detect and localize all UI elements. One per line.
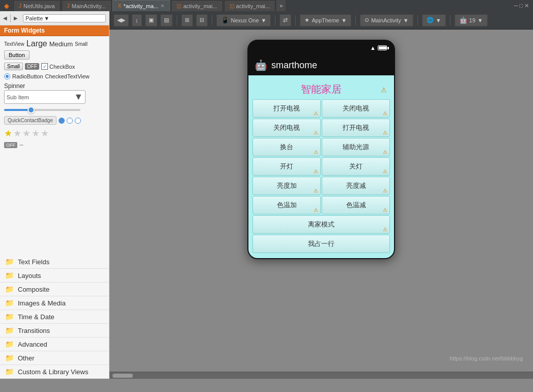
warning-icon: ⚠ (383, 169, 387, 174)
toolbar-nav-left[interactable]: ◀▶ (114, 14, 129, 26)
tab-2[interactable]: X*activity_ma...✕ (113, 0, 170, 11)
widget-checkbox-label[interactable]: CheckBox (49, 64, 75, 70)
widget-checkbox-row: ✓ CheckBox (41, 63, 75, 70)
rotate-button[interactable]: ⇄ (279, 14, 291, 26)
app-btn-0[interactable]: 打开电视⚠ (253, 99, 321, 118)
tab-3[interactable]: ◫activity_mai... (171, 0, 223, 11)
nav-item-composite[interactable]: 📁Composite (0, 283, 109, 296)
radio-dot-empty-1[interactable] (67, 118, 73, 124)
widget-star-rating[interactable]: ★ ★ ★ ★ ★ (4, 128, 105, 139)
nav-items: 📁Text Fields📁Layouts📁Composite📁Images & … (0, 255, 109, 379)
warning-icon: ⚠ (383, 110, 387, 116)
device-icon: 📱 (221, 16, 229, 24)
toolbar-grid[interactable]: ▤ (160, 14, 173, 26)
toggle-on-small[interactable] (19, 145, 23, 146)
widget-radio-button[interactable] (4, 73, 10, 79)
toggle-off-small[interactable]: OFF (4, 142, 17, 148)
warning-icon: ⚠ (383, 207, 387, 213)
radio-dot-filled[interactable] (59, 118, 65, 124)
star-3[interactable]: ★ (22, 128, 31, 139)
app-title-chinese: 智能家居 ⚠ (253, 79, 390, 99)
widget-large-label[interactable]: Large (26, 39, 47, 48)
widget-checked-textview-label[interactable]: CheckedTextView (45, 73, 90, 79)
nav-item-images-media[interactable]: 📁Images & Media (0, 296, 109, 310)
star-1[interactable]: ★ (4, 128, 12, 139)
palette-dropdown[interactable]: Palette ▼ (23, 14, 106, 22)
star-4[interactable]: ★ (32, 128, 40, 139)
spinner-arrow-icon: ▼ (74, 92, 83, 102)
widget-small-label[interactable]: Small (75, 41, 88, 47)
widget-radiobutton-label[interactable]: RadioButton (12, 73, 43, 79)
locale-dropdown[interactable]: 🌐 ▼ (422, 14, 446, 26)
canvas-area: ▲ 🤖 smarthome (109, 30, 533, 372)
nav-item-other[interactable]: 📁Other (0, 351, 109, 365)
warning-icon: ⚠ (314, 130, 318, 135)
widget-checkbox[interactable]: ✓ (41, 63, 48, 70)
star-5[interactable]: ★ (41, 128, 49, 139)
tab-overflow[interactable]: » (276, 0, 286, 11)
palette-expand-arrow[interactable]: ▶ (14, 15, 18, 21)
nav-item-text-fields[interactable]: 📁Text Fields (0, 255, 109, 269)
toolbar-collapse[interactable]: ⊟ (196, 14, 208, 26)
widget-spinner: Spinner Sub Item ▼ (4, 82, 105, 104)
android-icon: 🤖 (459, 16, 467, 24)
app-btn-5[interactable]: 辅助光源⚠ (322, 138, 390, 156)
quick-contact-badge[interactable]: QuickContactBadge (4, 116, 57, 125)
nav-label-other: Other (18, 354, 35, 362)
app-btn-7[interactable]: 关灯⚠ (322, 157, 390, 176)
app-btn-2[interactable]: 关闭电视⚠ (253, 119, 321, 137)
toolbar-expand[interactable]: ⊞ (181, 14, 193, 26)
app-btn-11[interactable]: 色温减⚠ (322, 196, 390, 214)
app-btn-6[interactable]: 开灯⚠ (253, 157, 321, 176)
app-name: smarthome (271, 60, 317, 71)
nav-item-layouts[interactable]: 📁Layouts (0, 269, 109, 283)
palette-collapse-arrow[interactable]: ◀ (3, 15, 7, 21)
app-btn-3[interactable]: 打开电视⚠ (322, 119, 390, 137)
app-icon: ◆ (4, 2, 9, 10)
tab-1[interactable]: JMainActivity... (62, 0, 111, 11)
folder-icon-composite: 📁 (5, 285, 14, 293)
app-btn-10[interactable]: 色温加⚠ (253, 196, 321, 214)
tab-4[interactable]: ◫activity_mai... (224, 0, 276, 11)
app-btn-8[interactable]: 亮度加⚠ (253, 177, 321, 195)
spinner-control[interactable]: Sub Item ▼ (4, 90, 86, 104)
widget-button[interactable]: Button (4, 50, 30, 60)
app-btn-4[interactable]: 换台⚠ (253, 138, 321, 156)
widget-textview-label[interactable]: TextView (4, 41, 24, 47)
device-content: 智能家居 ⚠ 打开电视⚠关闭电视⚠关闭电视⚠打开电视⚠换台⚠辅助光源⚠开灯⚠关灯… (248, 75, 394, 258)
toolbar-resize[interactable]: ↕ (132, 14, 142, 26)
toolbar-separator-3 (275, 15, 275, 25)
folder-icon-advanced: 📁 (5, 340, 14, 348)
nav-item-advanced[interactable]: 📁Advanced (0, 338, 109, 351)
api-dropdown[interactable]: 🤖 19 ▼ (455, 14, 488, 26)
api-label: 19 (469, 17, 475, 23)
star-2[interactable]: ★ (13, 128, 21, 139)
palette-header: ◀ ▶ Palette ▼ (0, 11, 109, 25)
activity-dropdown[interactable]: ⊙ MainActivity ▼ (360, 14, 413, 26)
widget-medium-label[interactable]: Medium (49, 40, 73, 48)
full-width-buttons: 离家模式⚠我占一行 (253, 215, 390, 254)
nav-label-advanced: Advanced (18, 341, 47, 348)
radio-dots (59, 118, 81, 124)
device-dropdown[interactable]: 📱 Nexus One ▼ (216, 14, 271, 26)
nav-item-custom-library[interactable]: 📁Custom & Library Views (0, 365, 109, 379)
window-controls[interactable]: ─ □ ✕ (514, 3, 529, 9)
app-fullbtn-1[interactable]: 我占一行 (253, 235, 390, 253)
activity-icon: ⊙ (364, 17, 369, 23)
nav-item-time-date[interactable]: 📁Time & Date (0, 310, 109, 324)
theme-dropdown[interactable]: ★ AppTheme ▼ (300, 14, 351, 26)
tab-0[interactable]: JNetUtils.java (13, 0, 61, 11)
widget-slider[interactable] (4, 107, 105, 113)
nav-item-transitions[interactable]: 📁Transitions (0, 324, 109, 338)
spinner-label[interactable]: Spinner (4, 82, 105, 90)
app-btn-9[interactable]: 亮度减⚠ (322, 177, 390, 195)
wifi-icon: ▲ (370, 45, 376, 51)
widget-small-btn[interactable]: Small (4, 63, 23, 70)
toolbar-zoom[interactable]: ▣ (145, 14, 157, 26)
widget-toggle-off[interactable]: OFF (25, 63, 39, 70)
radio-dot-empty-2[interactable] (75, 118, 81, 124)
app-fullbtn-0[interactable]: 离家模式⚠ (253, 215, 390, 234)
canvas-hscroll[interactable] (109, 372, 533, 379)
app-btn-1[interactable]: 关闭电视⚠ (322, 99, 390, 118)
widget-toggle-row: Small OFF ✓ CheckBox (4, 63, 105, 70)
